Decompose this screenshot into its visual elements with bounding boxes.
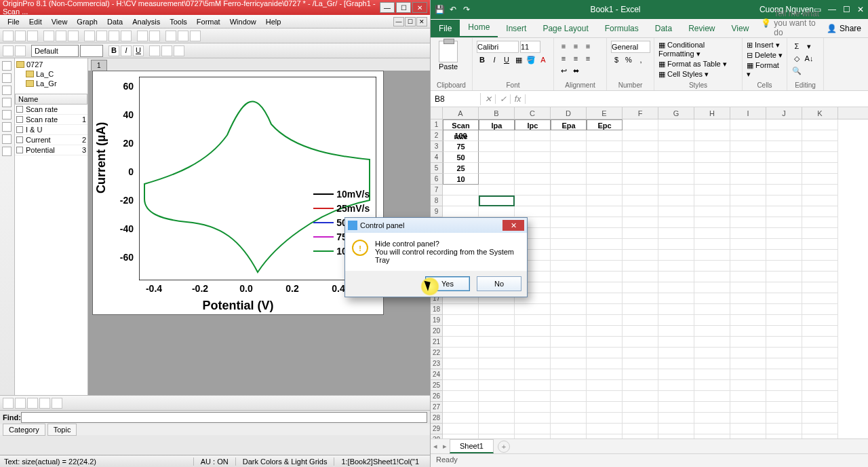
cv-plot[interactable]: Current (µA) Potential (V) 6040200-20-40… (92, 71, 384, 315)
cell[interactable] (694, 293, 730, 304)
gutter-mask-icon[interactable] (2, 147, 12, 156)
cell[interactable] (443, 434, 479, 438)
gutter-draw-icon[interactable] (2, 122, 12, 132)
cell[interactable] (694, 272, 730, 282)
cell[interactable] (623, 402, 658, 413)
cell[interactable] (766, 174, 802, 185)
tb-matrix-icon[interactable] (108, 31, 119, 41)
cell[interactable] (802, 130, 838, 141)
row-header[interactable]: 26 (431, 391, 442, 402)
cell[interactable] (658, 326, 694, 337)
cell[interactable] (587, 326, 623, 337)
wrap-icon[interactable]: ↩ (558, 65, 569, 76)
tb-zoomin-icon[interactable] (165, 31, 176, 41)
align-left-icon[interactable]: ≡ (558, 53, 569, 64)
cell[interactable] (551, 358, 587, 369)
cell[interactable] (694, 358, 730, 369)
cell[interactable] (730, 141, 766, 152)
cell[interactable] (515, 391, 551, 402)
cell[interactable] (694, 369, 730, 380)
cell[interactable] (694, 348, 730, 358)
cell[interactable] (766, 185, 802, 195)
tb-export-icon[interactable] (68, 31, 79, 41)
cell[interactable] (479, 424, 515, 434)
data-header[interactable]: Scan rate (443, 119, 479, 130)
cell[interactable] (694, 424, 730, 434)
row-header[interactable]: 8 (431, 195, 442, 206)
cell[interactable] (587, 358, 623, 369)
cell[interactable] (802, 391, 838, 402)
cell[interactable] (551, 250, 587, 261)
cell[interactable] (443, 348, 479, 358)
cell[interactable] (443, 402, 479, 413)
origin-menu-help[interactable]: Help (261, 16, 286, 27)
cell[interactable] (551, 261, 587, 272)
col-header[interactable]: H (694, 107, 730, 119)
origin-menu-file[interactable]: File (3, 16, 24, 27)
cell[interactable] (551, 315, 587, 326)
cell[interactable] (730, 185, 766, 195)
cell[interactable] (479, 326, 515, 337)
cell[interactable] (515, 185, 551, 195)
cell[interactable] (766, 250, 802, 261)
enter-icon[interactable]: ✓ (496, 94, 511, 104)
excel-min-icon[interactable]: — (828, 5, 836, 14)
cell[interactable] (730, 195, 766, 206)
cell[interactable] (730, 261, 766, 272)
find-tab-topic[interactable]: Topic (47, 424, 77, 436)
align-top-icon[interactable]: ≡ (558, 41, 569, 52)
cell[interactable] (623, 293, 658, 304)
cell[interactable] (587, 369, 623, 380)
data-header[interactable]: Ipc (515, 119, 551, 130)
origin-menu-data[interactable]: Data (102, 16, 127, 27)
cell[interactable] (802, 119, 838, 130)
cell[interactable] (658, 163, 694, 174)
explorer-row[interactable]: Current2 (15, 135, 87, 145)
cell[interactable] (623, 261, 658, 272)
cell[interactable] (802, 413, 838, 424)
cells-insert-button[interactable]: ⊞ Insert ▾ (747, 41, 780, 50)
cell[interactable] (623, 424, 658, 434)
row-header[interactable]: 22 (431, 348, 442, 358)
cell[interactable] (730, 413, 766, 424)
add-sheet-icon[interactable]: + (498, 441, 510, 453)
cell[interactable] (730, 293, 766, 304)
font-size-combo[interactable] (80, 45, 103, 57)
cell[interactable] (730, 282, 766, 293)
cell[interactable] (443, 358, 479, 369)
cell[interactable] (658, 185, 694, 195)
origin-max-icon[interactable]: ☐ (396, 2, 411, 13)
cell[interactable] (694, 326, 730, 337)
cell[interactable] (443, 315, 479, 326)
cell[interactable] (515, 413, 551, 424)
cell[interactable] (802, 185, 838, 195)
cell[interactable] (802, 141, 838, 152)
cell[interactable] (802, 315, 838, 326)
cell[interactable] (802, 228, 838, 239)
cell[interactable] (694, 413, 730, 424)
mdi-close-icon[interactable]: ✕ (416, 17, 427, 26)
share-button[interactable]: 👤 Share (820, 20, 868, 37)
cell[interactable] (587, 250, 623, 261)
cell[interactable] (587, 337, 623, 348)
cell[interactable] (587, 413, 623, 424)
cell[interactable] (587, 282, 623, 293)
cell[interactable] (443, 326, 479, 337)
cell[interactable] (515, 304, 551, 315)
col-header[interactable]: J (766, 107, 802, 119)
row-header[interactable]: 7 (431, 185, 442, 195)
gutter-text-icon[interactable] (2, 110, 12, 119)
tb-graph-icon[interactable] (96, 31, 107, 41)
cell[interactable] (443, 424, 479, 434)
cell[interactable] (623, 206, 658, 217)
cell[interactable] (443, 391, 479, 402)
cell[interactable] (694, 206, 730, 217)
find-tab-category[interactable]: Category (3, 424, 45, 436)
row-header[interactable]: 3 (431, 141, 442, 152)
cell[interactable] (802, 195, 838, 206)
cancel-icon[interactable]: ✕ (481, 94, 496, 104)
cell[interactable] (623, 174, 658, 185)
row-header[interactable]: 18 (431, 304, 442, 315)
cell[interactable] (623, 348, 658, 358)
tree-child-1[interactable]: La_Gr (26, 79, 86, 88)
